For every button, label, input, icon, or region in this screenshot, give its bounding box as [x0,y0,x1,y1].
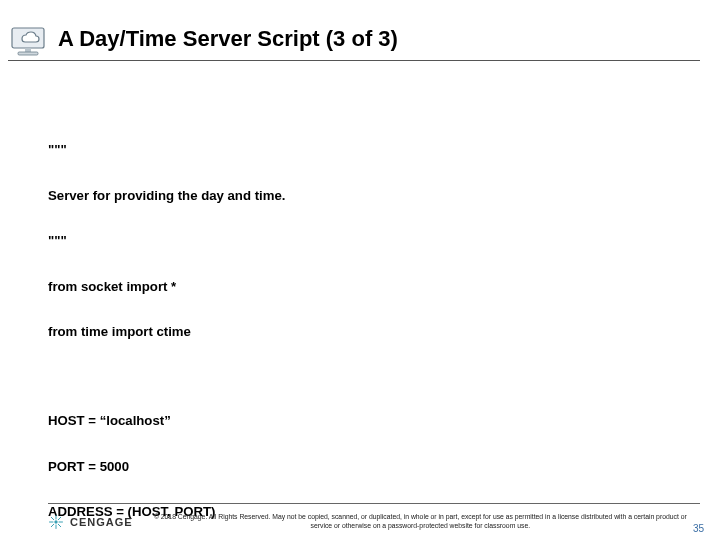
svg-line-11 [51,524,54,527]
brand-name: CENGAGE [70,516,133,528]
brand-logo: CENGAGE [48,514,133,530]
svg-rect-2 [18,52,38,55]
title-row: A Day/Time Server Script (3 of 3) [0,0,720,58]
code-line: PORT = 5000 [48,459,660,474]
svg-point-3 [55,521,57,523]
svg-line-9 [58,524,61,527]
svg-line-8 [51,517,54,520]
code-line: """ [48,142,660,157]
code-line: from socket import * [48,279,660,294]
copyright-text: © 2018 Cengage. All Rights Reserved. May… [133,513,708,530]
code-line: from time import ctime [48,324,660,339]
svg-rect-1 [25,48,31,52]
asterisk-burst-icon [48,514,64,530]
code-block: """ Server for providing the day and tim… [48,112,660,540]
page-number: 35 [693,523,704,534]
svg-line-10 [58,517,61,520]
code-line: Server for providing the day and time. [48,188,660,203]
cloud-monitor-icon [8,24,48,58]
footer-divider [48,503,700,504]
footer: CENGAGE © 2018 Cengage. All Rights Reser… [0,513,720,530]
code-line: HOST = “localhost” [48,413,660,428]
title-underline [8,60,700,61]
slide-title: A Day/Time Server Script (3 of 3) [58,26,398,58]
slide: A Day/Time Server Script (3 of 3) """ Se… [0,0,720,540]
code-line: """ [48,233,660,248]
